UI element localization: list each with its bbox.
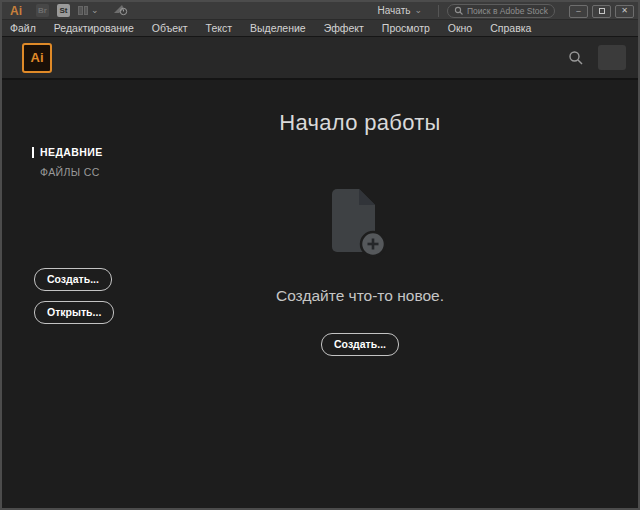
search-placeholder: Поиск в Adobe Stock <box>467 6 548 16</box>
illustrator-window: Ai Br St ⌄ Начать ⌄ <box>0 0 640 510</box>
search-icon[interactable] <box>568 50 584 66</box>
menu-edit[interactable]: Редактирование <box>45 22 143 34</box>
menu-select[interactable]: Выделение <box>241 22 315 34</box>
active-indicator <box>32 147 34 158</box>
menu-type[interactable]: Текст <box>197 22 241 34</box>
start-dropdown[interactable]: Начать ⌄ <box>370 5 430 16</box>
workspace-layout-icon <box>78 6 88 15</box>
window-controls: – ✕ <box>569 5 634 18</box>
menu-bar: Файл Редактирование Объект Текст Выделен… <box>2 20 638 37</box>
chevron-down-icon: ⌄ <box>91 6 99 15</box>
maximize-icon <box>599 8 605 14</box>
chevron-down-icon: ⌄ <box>414 6 422 15</box>
menu-object[interactable]: Объект <box>143 22 197 34</box>
stock-icon[interactable]: St <box>57 4 70 17</box>
app-logo-icon: Ai <box>10 4 22 18</box>
divider <box>438 5 439 17</box>
page-title: Начало работы <box>279 110 440 136</box>
maximize-button[interactable] <box>592 5 611 18</box>
menu-help[interactable]: Справка <box>481 22 540 34</box>
search-icon <box>454 6 464 16</box>
profile-avatar[interactable] <box>598 45 626 70</box>
title-bar: Ai Br St ⌄ Начать ⌄ <box>2 2 638 20</box>
menu-window[interactable]: Окно <box>439 22 481 34</box>
home-header-right <box>568 45 626 70</box>
illustrator-logo-icon: Ai <box>22 43 52 73</box>
menu-file[interactable]: Файл <box>10 22 45 34</box>
home-header: Ai <box>2 37 638 80</box>
adobe-stock-search-input[interactable]: Поиск в Adobe Stock <box>447 4 555 18</box>
start-dropdown-label: Начать <box>378 5 411 16</box>
bridge-icon[interactable]: Br <box>36 4 49 17</box>
gpu-performance-icon[interactable] <box>113 2 128 20</box>
empty-state-message: Создайте что-то новое. <box>276 287 444 305</box>
close-button[interactable]: ✕ <box>615 5 634 18</box>
menu-effect[interactable]: Эффект <box>315 22 373 34</box>
workspace-switcher[interactable]: ⌄ <box>78 6 99 15</box>
create-new-button[interactable]: Создать... <box>321 333 399 356</box>
start-workspace: НЕДАВНИЕ ФАЙЛЫ CC Создать... Открыть... … <box>2 80 638 508</box>
minimize-button[interactable]: – <box>569 5 588 18</box>
new-document-icon <box>331 189 389 265</box>
titlebar-right: Начать ⌄ Поиск в Adobe Stock – ✕ <box>370 4 634 18</box>
menu-view[interactable]: Просмотр <box>373 22 439 34</box>
main-area: Начало работы Создайте что-то новое. Соз… <box>82 80 638 508</box>
